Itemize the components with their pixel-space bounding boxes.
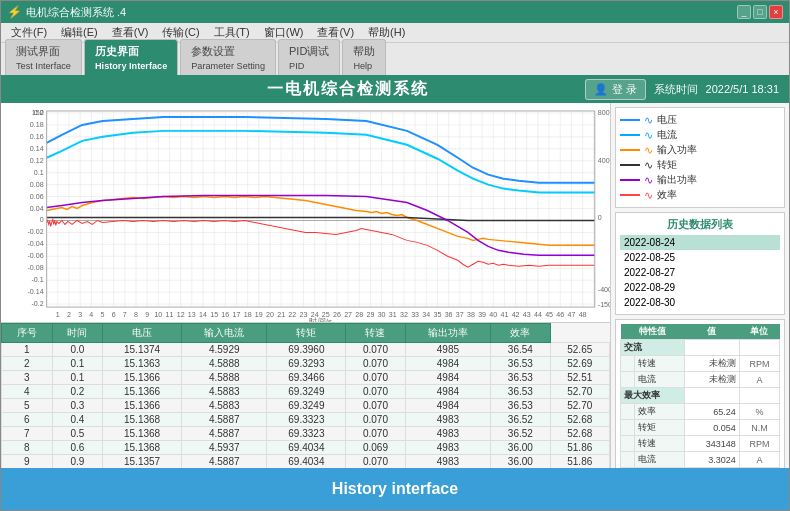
svg-text:150: 150 [32,109,44,116]
prop-value: 未检测 [684,356,739,372]
table-cell: 69.3323 [267,413,346,427]
legend-item: ∿电压 [620,113,780,127]
close-button[interactable]: × [769,5,783,19]
table-cell: 0.2 [52,385,103,399]
prop-unit: RPM [739,436,779,452]
legend-item: ∿效率 [620,188,780,202]
svg-text:11: 11 [166,311,174,318]
svg-text:48: 48 [579,311,587,318]
svg-text:14: 14 [199,311,207,318]
tab-pid[interactable]: PID调试PID [278,39,340,75]
svg-text:20: 20 [266,311,274,318]
table-cell: 4984 [405,385,491,399]
table-cell: 0.0 [52,343,103,357]
svg-text:-0.2: -0.2 [31,300,43,307]
table-cell: 0.070 [346,427,405,441]
svg-text:32: 32 [400,311,408,318]
table-cell: 7 [2,427,53,441]
tab-params[interactable]: 参数设置Parameter Setting [180,39,276,75]
table-cell: 4.5929 [181,343,267,357]
table-cell: 0.1 [52,371,103,385]
data-table-container[interactable]: 序号 时间 电压 输入电流 转矩 转速 输出功率 效率 10.015.13744… [1,323,610,468]
table-row: 40.215.13664.588369.32490.070498436.5352… [2,385,610,399]
svg-text:0: 0 [40,217,44,224]
legend-panel: ∿电压∿电流∿输入功率∿转矩∿输出功率∿效率 [615,107,785,208]
property-row: 交流 [621,340,780,356]
legend-label: 输入功率 [657,143,697,157]
table-cell: 15.1368 [103,413,182,427]
props-col-unit: 单位 [739,324,779,340]
svg-text:-1500: -1500 [598,301,610,308]
svg-text:35: 35 [434,311,442,318]
table-cell: 0.070 [346,357,405,371]
prop-category: 最大效率 [621,388,685,404]
svg-text:4000: 4000 [598,157,610,164]
legend-color-swatch [620,149,640,151]
table-cell: 4.5883 [181,385,267,399]
table-cell: 0.070 [346,371,405,385]
svg-text:6: 6 [112,311,116,318]
prop-value: 3.3024 [684,452,739,468]
legend-color-swatch [620,194,640,196]
maximize-button[interactable]: □ [753,5,767,19]
history-list-item[interactable]: 2022-08-27 [620,265,780,280]
svg-text:28: 28 [355,311,363,318]
svg-text:40: 40 [489,311,497,318]
props-col-value: 值 [684,324,739,340]
table-cell: 4 [2,385,53,399]
svg-text:0.04: 0.04 [30,205,44,212]
svg-text:-0.02: -0.02 [27,228,43,235]
svg-text:0.16: 0.16 [30,133,44,140]
table-cell: 15.1366 [103,399,182,413]
col-header-seq: 序号 [2,324,53,343]
prop-value: 343148 [684,436,739,452]
legend-color-swatch [620,119,640,121]
prop-label [621,372,635,388]
prop-unit: RPM [739,356,779,372]
table-cell: 0.9 [52,455,103,469]
property-row: 最大效率 [621,388,780,404]
props-col-name: 特性值 [621,324,685,340]
svg-text:8000: 8000 [598,109,610,116]
legend-wave: ∿ [644,114,653,127]
svg-text:8: 8 [134,311,138,318]
table-cell: 0.070 [346,343,405,357]
header-right: 👤 登 录 系统时间 2022/5/1 18:31 [585,79,779,100]
svg-text:29: 29 [367,311,375,318]
history-list-item[interactable]: 2022-08-25 [620,250,780,265]
tab-history[interactable]: 历史界面History Interface [84,39,178,75]
prop-value [684,340,739,356]
svg-text:0.06: 0.06 [30,193,44,200]
table-cell: 15.1366 [103,385,182,399]
table-cell: 69.4034 [267,455,346,469]
table-cell: 69.3249 [267,385,346,399]
svg-text:18: 18 [244,311,252,318]
tab-test[interactable]: 测试界面Test Interface [5,39,82,75]
prop-label [621,420,635,436]
table-cell: 4984 [405,357,491,371]
table-cell: 5 [2,399,53,413]
table-cell: 4.5888 [181,357,267,371]
history-list-item[interactable]: 2022-08-24 [620,235,780,250]
svg-text:45: 45 [545,311,553,318]
history-list-item[interactable]: 2022-08-30 [620,295,780,310]
table-cell: 0.1 [52,357,103,371]
history-panel: 历史数据列表 2022-08-242022-08-252022-08-27202… [615,212,785,315]
table-row: 60.415.13684.588769.33230.070498336.5252… [2,413,610,427]
table-cell: 69.3323 [267,427,346,441]
table-cell: 36.52 [491,413,550,427]
minimize-button[interactable]: _ [737,5,751,19]
svg-text:30: 30 [378,311,386,318]
svg-text:0.14: 0.14 [30,145,44,152]
legend-color-swatch [620,134,640,136]
login-button[interactable]: 👤 登 录 [585,79,645,100]
history-list-item[interactable]: 2022-08-29 [620,280,780,295]
table-cell: 36.53 [491,399,550,413]
legend-label: 效率 [657,188,677,202]
svg-text:时间/s: 时间/s [309,317,331,322]
table-cell: 15.1366 [103,371,182,385]
tab-help[interactable]: 帮助Help [342,39,386,75]
prop-value: 65.24 [684,404,739,420]
chart-svg: 0.2 0.18 0.16 0.14 0.12 0.1 0.08 0.06 0.… [1,103,610,322]
prop-label [621,356,635,372]
